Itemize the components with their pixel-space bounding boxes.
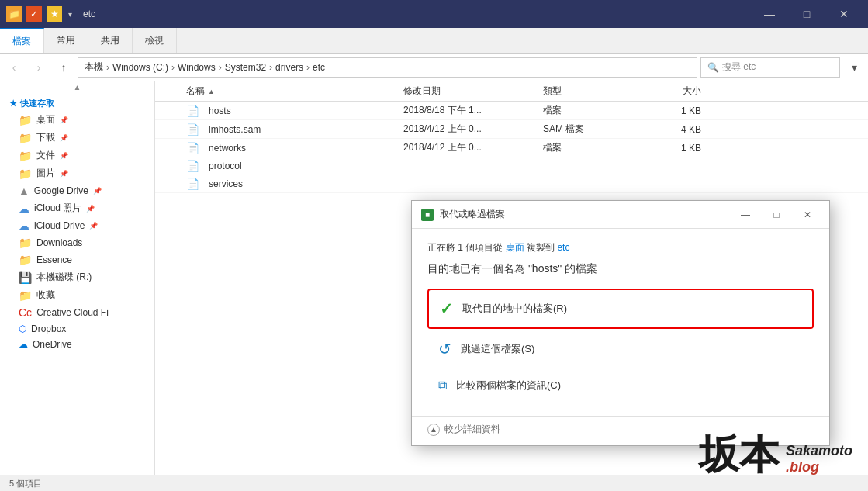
dialog-expand-btn[interactable]: ▲ 較少詳細資料 (427, 423, 814, 436)
dropbox-icon: ⬡ (19, 323, 26, 334)
address-bar: ‹ › ↑ 本機 › Windows (C:) › Windows › Syst… (0, 54, 868, 81)
table-row[interactable]: 📄 protocol (155, 157, 868, 175)
expand-label: 較少詳細資料 (444, 423, 500, 436)
titlebar-check-icon: ✓ (26, 6, 42, 22)
file-date: 2018/8/18 下午 1... (403, 104, 543, 117)
search-box[interactable]: 🔍 搜尋 etc (700, 57, 840, 78)
file-list-header: 名稱 ▲ 修改日期 類型 大小 (155, 81, 868, 102)
folder-icon: 📁 (19, 114, 32, 126)
col-type-header[interactable]: 類型 (543, 85, 652, 98)
folder-yellow-icon: 📁 (19, 254, 32, 266)
address-path[interactable]: 本機 › Windows (C:) › Windows › System32 ›… (78, 57, 697, 78)
sidebar-item-downloads[interactable]: 📁 Downloads (0, 234, 154, 251)
sidebar-item-essence[interactable]: 📁 Essence (0, 251, 154, 268)
pin-icon: 📌 (89, 222, 98, 230)
tab-file[interactable]: 檔案 (0, 28, 44, 53)
dialog-title-bar: ■ 取代或略過檔案 — □ ✕ (412, 201, 829, 229)
col-size-header[interactable]: 大小 (652, 85, 714, 98)
col-name-header[interactable]: 名稱 ▲ (155, 85, 403, 98)
file-icon: 📄 (186, 142, 199, 154)
file-name: protocol (209, 161, 242, 171)
tab-share[interactable]: 共用 (88, 28, 133, 53)
folder-yellow-icon: 📁 (19, 237, 32, 249)
table-row[interactable]: 📄 lmhosts.sam 2018/4/12 上午 0... SAM 檔案 4… (155, 120, 868, 139)
skip-label: 跳過這個檔案(S) (461, 342, 534, 356)
icloud-drive-icon: ☁ (19, 220, 29, 232)
path-drivers: drivers (275, 62, 303, 73)
disk-icon: 💾 (19, 271, 32, 284)
sidebar-item-desktop[interactable]: 📁 桌面 📌 (0, 111, 154, 129)
title-bar: 📁 ✓ ★ ▾ etc — □ ✕ (0, 0, 868, 28)
dialog-option-replace[interactable]: ✓ 取代目的地中的檔案(R) (427, 289, 814, 329)
file-icon: 📄 (186, 160, 199, 172)
path-windows: Windows (178, 62, 216, 73)
sidebar-item-pictures[interactable]: 📁 圖片 📌 (0, 164, 154, 182)
titlebar-close[interactable]: ✕ (826, 0, 862, 28)
table-row[interactable]: 📄 hosts 2018/8/18 下午 1... 檔案 1 KB (155, 102, 868, 120)
dialog-maximize[interactable]: □ (764, 204, 789, 226)
path-system32: System32 (225, 62, 266, 73)
dialog-src-link[interactable]: 桌面 (506, 242, 524, 253)
pin-icon: 📌 (93, 187, 102, 195)
dialog-close[interactable]: ✕ (795, 204, 820, 226)
address-end-dropdown[interactable]: ▾ (843, 57, 865, 78)
compare-icon: ⧉ (438, 379, 447, 392)
dialog-dst-link[interactable]: etc (557, 242, 569, 253)
file-icon: 📄 (186, 178, 199, 190)
sidebar-quick-access-header: ★ 快速存取 (0, 93, 154, 111)
sidebar-item-icloud-photos[interactable]: ☁ iCloud 照片 📌 (0, 199, 154, 217)
titlebar-maximize[interactable]: □ (789, 0, 825, 28)
cc-icon: Cc (19, 306, 32, 319)
sidebar-item-icloud-drive[interactable]: ☁ iCloud Drive 📌 (0, 217, 154, 234)
tab-view[interactable]: 檢視 (133, 28, 177, 53)
titlebar-title: etc (83, 9, 95, 19)
file-date: 2018/4/12 上午 0... (403, 123, 543, 136)
dialog-minimize[interactable]: — (733, 204, 758, 226)
onedrive-icon: ☁ (19, 339, 28, 350)
compare-label: 比較兩個檔案的資訊(C) (456, 379, 561, 392)
file-size: 1 KB (652, 105, 714, 116)
search-icon: 🔍 (707, 62, 719, 73)
file-type: 檔案 (543, 104, 652, 117)
replace-label: 取代目的地中的檔案(R) (462, 302, 567, 316)
path-drive: Windows (C:) (112, 62, 168, 73)
file-name: networks (209, 143, 246, 154)
replace-icon: ✓ (440, 299, 453, 318)
sidebar-item-creative-cloud[interactable]: Cc Creative Cloud Fi (0, 304, 154, 321)
sidebar-item-google-drive[interactable]: ▲ Google Drive 📌 (0, 182, 154, 199)
dialog-option-compare[interactable]: ⧉ 比較兩個檔案的資訊(C) (427, 369, 814, 402)
titlebar-dropdown[interactable]: ▾ (68, 10, 72, 19)
up-button[interactable]: ↑ (53, 57, 74, 78)
sidebar-scroll-up[interactable]: ▲ (0, 81, 154, 93)
table-row[interactable]: 📄 networks 2018/4/12 上午 0... 檔案 1 KB (155, 139, 868, 157)
file-size: 4 KB (652, 124, 714, 135)
sidebar-item-documents[interactable]: 📁 文件 📌 (0, 147, 154, 164)
folder-icon: 📁 (19, 150, 32, 162)
forward-button[interactable]: › (28, 57, 50, 78)
file-type: SAM 檔案 (543, 123, 652, 136)
titlebar-star-icon: ★ (47, 6, 62, 22)
dialog-copying-text: 正在將 1 個項目從 桌面 複製到 etc (427, 241, 814, 254)
sidebar-item-onedrive[interactable]: ☁ OneDrive (0, 337, 154, 352)
tab-home[interactable]: 常用 (44, 28, 88, 53)
sidebar-item-dropbox[interactable]: ⬡ Dropbox (0, 321, 154, 337)
titlebar-minimize[interactable]: — (752, 0, 787, 28)
pin-icon: 📌 (60, 116, 68, 124)
dialog-option-skip[interactable]: ↺ 跳過這個檔案(S) (427, 330, 814, 368)
folder-icon: 📁 (19, 168, 32, 180)
col-date-header[interactable]: 修改日期 (403, 85, 543, 98)
dialog-conflict-text: 目的地已有一個名為 "hosts" 的檔案 (427, 262, 814, 276)
sort-arrow: ▲ (208, 88, 215, 95)
expand-icon: ▲ (427, 424, 440, 436)
back-button[interactable]: ‹ (3, 57, 25, 78)
file-type: 檔案 (543, 141, 652, 154)
dialog-title-icon: ■ (421, 209, 434, 221)
sidebar-item-favorites[interactable]: 📁 收藏 (0, 286, 154, 304)
ribbon-tabs: 檔案 常用 共用 檢視 (0, 28, 868, 53)
folder-icon: 📁 (19, 132, 32, 144)
table-row[interactable]: 📄 services (155, 175, 868, 193)
pin-icon: 📌 (60, 134, 68, 142)
sidebar-item-local-disk[interactable]: 💾 本機磁碟 (R:) (0, 268, 154, 286)
sidebar-item-downloads-quick[interactable]: 📁 下載 📌 (0, 129, 154, 147)
folder-icon: 📁 (19, 289, 32, 302)
